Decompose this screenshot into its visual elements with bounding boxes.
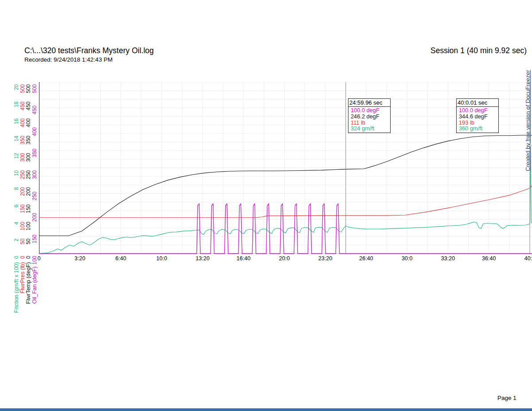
log-file-title: C:\...\320 tests\Franks Mystery Oil.log — [24, 46, 154, 55]
ytick-oil_fan-text: 450 — [32, 106, 37, 114]
ytick-flwrtemp-text: 150 — [26, 204, 31, 213]
ytick-friction-text: 10 — [14, 170, 19, 176]
xtick-label: 13:20 — [187, 255, 218, 262]
cursor-time-1: 24:59.96 sec — [348, 98, 391, 107]
xtick-label: 36:40 — [473, 255, 505, 262]
bottom-window-edge — [0, 408, 532, 411]
ytick-flwrtemp-text: 300 — [26, 153, 31, 162]
cursor-reading-friction: 360 gm/ft — [457, 125, 498, 132]
xtick-label: 0 — [23, 255, 55, 262]
series-friction — [39, 146, 532, 253]
ytick-flwrpres-text: 100 — [20, 222, 25, 231]
session-title: Session 1 (40 min 9.92 sec) — [430, 46, 527, 55]
ytick-friction-text: 16 — [14, 118, 19, 124]
ytick-oil_fan-text: 150 — [32, 235, 37, 243]
ytick-flwrtemp-text: 450 — [26, 102, 31, 110]
xtick-label: 26:40 — [351, 255, 382, 262]
xtick-label: 16:40 — [228, 255, 259, 262]
ytick-friction-text: 6 — [14, 204, 19, 207]
ytick-flwrpres-text: 350 — [20, 136, 25, 145]
ytick-friction-text: 12 — [14, 153, 19, 159]
cursor-values-1: 100.0 degF246.2 degF111 lb324 gm/ft — [348, 106, 391, 133]
page-number: Page 1 — [497, 395, 516, 401]
cursor-readout-2: 40:0.01 sec 100.0 degF344.6 degF193 lb36… — [456, 98, 499, 133]
ytick-flwrtemp-text: 350 — [26, 136, 31, 145]
cursor-readout-1: 24:59.96 sec 100.0 degF246.2 degF111 lb3… — [348, 98, 391, 133]
xtick-label: 20:0 — [269, 255, 300, 262]
series-flwrpres — [39, 185, 532, 218]
ytick-flwrpres-text: 300 — [20, 153, 25, 162]
xtick-label: 10:0 — [146, 255, 177, 262]
yaxis-legend-flwrpres-text: FlwrPres (lb) — [20, 262, 26, 294]
ytick-oil_fan-text: 400 — [32, 127, 37, 136]
ytick-oil_fan-text: 200 — [32, 213, 37, 222]
ytick-friction-text: 2 — [14, 239, 19, 242]
ytick-flwrpres-text: 250 — [20, 170, 25, 179]
ytick-oil_fan-text: 350 — [32, 149, 37, 157]
ytick-flwrpres-text: 150 — [20, 204, 25, 213]
cursor-reading-oil_fan: 100.0 degF — [457, 107, 498, 114]
yaxis-legend-friction-text: Friction (gm/ft x 100) — [14, 262, 20, 313]
cursor-reading-oil_fan: 100.0 degF — [348, 107, 390, 114]
ytick-flwrtemp-text: 200 — [26, 187, 31, 196]
cursor-reading-flwrtemp: 344.6 degF — [457, 114, 498, 120]
xtick-label: 23:20 — [310, 255, 341, 262]
ytick-flwrpres-text: 500 — [20, 84, 25, 93]
ytick-flwrtemp-text: 250 — [26, 170, 31, 179]
ytick-friction-text: 0 — [14, 256, 19, 259]
ytick-friction-text: 8 — [14, 187, 19, 190]
ytick-friction-text: 4 — [14, 222, 19, 225]
ytick-flwrtemp-text: 50 — [26, 239, 31, 244]
ytick-flwrpres-text: 200 — [20, 187, 25, 196]
ytick-oil_fan-text: 500 — [32, 84, 37, 93]
xtick-label: 6:40 — [106, 255, 137, 262]
cursor-time-2: 40:0.01 sec — [456, 98, 499, 107]
xtick-label: 33:20 — [433, 255, 464, 262]
yaxis-legend-flwrtemp-text: FlwrTemp (degF) — [26, 262, 31, 304]
ytick-flwrtemp-text: 400 — [26, 118, 31, 127]
ytick-flwrtemp-text: 100 — [26, 222, 31, 231]
cursor-reading-flwrpres: 193 lb — [457, 120, 498, 126]
yaxis-legend-oil_fan-text: Oil_Fan (degF) — [32, 266, 38, 304]
ytick-oil_fan-text: 300 — [32, 170, 37, 179]
ytick-friction-text: 20 — [14, 84, 19, 90]
cursor-values-2: 100.0 degF344.6 degF193 lb360 gm/ft — [456, 106, 499, 133]
recorded-timestamp: Recorded: 9/24/2018 1:42:43 PM — [24, 56, 113, 63]
xtick-label: 30:0 — [391, 255, 422, 262]
ytick-flwrpres-text: 50 — [20, 239, 25, 244]
ytick-flwrpres-text: 400 — [20, 118, 25, 127]
cursor-reading-friction: 324 gm/ft — [348, 125, 390, 132]
series-oil_fan — [39, 204, 532, 254]
xtick-label: 40:0 — [514, 255, 532, 262]
ytick-oil_fan-text: 250 — [32, 192, 37, 200]
ytick-flwrtemp-text: 500 — [26, 84, 31, 93]
cursor-reading-flwrpres: 111 lb — [348, 120, 390, 126]
ytick-friction-text: 14 — [14, 136, 19, 141]
cursor-reading-flwrtemp: 246.2 degF — [348, 114, 390, 120]
series-flwrtemp — [39, 135, 532, 236]
ytick-friction-text: 18 — [14, 102, 19, 107]
xtick-label: 3:20 — [64, 255, 95, 262]
ytick-flwrpres-text: 450 — [20, 102, 25, 110]
